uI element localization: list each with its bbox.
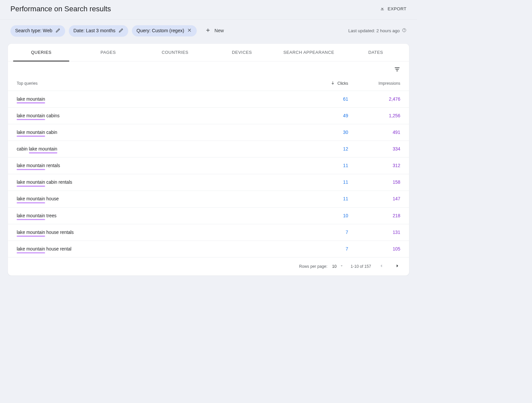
tab-dates[interactable]: DATES bbox=[342, 44, 409, 61]
svg-marker-8 bbox=[340, 265, 342, 266]
clicks-cell: 7 bbox=[301, 230, 348, 235]
query-cell[interactable]: lake mountain house bbox=[17, 196, 301, 202]
table-row: lake mountain trees10218 bbox=[8, 208, 409, 224]
table-row: cabin lake mountain12334 bbox=[8, 141, 409, 157]
highlight: lake mountain bbox=[17, 163, 45, 168]
clicks-cell: 10 bbox=[301, 213, 348, 218]
filter-chip-label: Query: Custom (regex) bbox=[137, 28, 184, 34]
impressions-cell: 491 bbox=[348, 130, 400, 135]
clicks-cell: 7 bbox=[301, 246, 348, 252]
tab-devices[interactable]: DEVICES bbox=[208, 44, 275, 61]
highlight: lake mountain bbox=[17, 113, 45, 118]
svg-marker-10 bbox=[397, 264, 398, 267]
highlight: lake mountain bbox=[17, 213, 45, 218]
column-header-clicks-label: Clicks bbox=[337, 81, 348, 85]
query-cell[interactable]: cabin lake mountain bbox=[17, 146, 301, 151]
highlight: lake mountain bbox=[17, 230, 45, 235]
page-range-label: 1-10 of 157 bbox=[351, 264, 371, 268]
sort-descending-icon bbox=[331, 81, 335, 86]
chevron-down-icon bbox=[340, 264, 343, 268]
impressions-cell: 131 bbox=[348, 230, 400, 235]
page-title: Performance on Search results bbox=[10, 5, 111, 13]
column-header-clicks[interactable]: Clicks bbox=[301, 81, 348, 86]
impressions-cell: 218 bbox=[348, 213, 400, 218]
impressions-cell: 105 bbox=[348, 246, 400, 252]
column-header-query[interactable]: Top queries bbox=[17, 81, 301, 85]
chevron-left-icon bbox=[379, 265, 384, 269]
clicks-cell: 11 bbox=[301, 180, 348, 185]
filter-chip[interactable]: Query: Custom (regex) bbox=[132, 25, 197, 37]
filter-chip-label: Date: Last 3 months bbox=[73, 28, 115, 34]
pencil-icon[interactable] bbox=[118, 28, 123, 34]
filter-chip[interactable]: Search type: Web bbox=[10, 25, 65, 37]
rows-per-page-label: Rows per page: bbox=[299, 264, 328, 268]
highlight: lake mountain bbox=[29, 146, 57, 151]
last-updated-label: Last updated: 2 hours ago bbox=[348, 28, 400, 34]
table-row: lake mountain house11147 bbox=[8, 191, 409, 207]
highlight: lake mountain bbox=[17, 130, 45, 135]
clicks-cell: 30 bbox=[301, 130, 348, 135]
impressions-cell: 312 bbox=[348, 163, 400, 168]
tab-pages[interactable]: PAGES bbox=[75, 44, 142, 61]
clicks-cell: 61 bbox=[301, 96, 348, 102]
table-row: lake mountain cabin30491 bbox=[8, 124, 409, 141]
query-cell[interactable]: lake mountain trees bbox=[17, 213, 301, 218]
impressions-cell: 1,256 bbox=[348, 113, 400, 118]
highlight: lake mountain bbox=[17, 180, 45, 185]
export-button[interactable]: EXPORT bbox=[380, 6, 406, 12]
highlight: lake mountain bbox=[17, 246, 45, 252]
svg-rect-6 bbox=[396, 70, 398, 71]
add-filter-button[interactable]: New bbox=[202, 25, 227, 37]
impressions-cell: 2,476 bbox=[348, 96, 400, 102]
table-row: lake mountain house rentals7131 bbox=[8, 224, 409, 241]
prev-page-button[interactable] bbox=[378, 263, 385, 270]
plus-icon bbox=[205, 27, 211, 34]
query-cell[interactable]: lake mountain rentals bbox=[17, 163, 301, 168]
query-cell[interactable]: lake mountain house rentals bbox=[17, 230, 301, 235]
clicks-cell: 11 bbox=[301, 163, 348, 168]
table-row: lake mountain612,476 bbox=[8, 91, 409, 108]
impressions-cell: 158 bbox=[348, 180, 400, 185]
tab-search-appearance[interactable]: SEARCH APPEARANCE bbox=[275, 44, 342, 61]
filter-chip-label: Search type: Web bbox=[15, 28, 52, 34]
chevron-right-icon bbox=[395, 265, 399, 269]
table-row: lake mountain cabin rentals11158 bbox=[8, 174, 409, 191]
svg-rect-4 bbox=[395, 67, 399, 68]
query-cell[interactable]: lake mountain house rental bbox=[17, 246, 301, 252]
rows-per-page-value: 10 bbox=[332, 264, 337, 268]
query-cell[interactable]: lake mountain bbox=[17, 96, 301, 102]
highlight: lake mountain bbox=[17, 96, 45, 102]
clicks-cell: 49 bbox=[301, 113, 348, 118]
column-header-impressions[interactable]: Impressions bbox=[348, 81, 400, 85]
table-filter-icon[interactable] bbox=[394, 66, 400, 73]
export-label: EXPORT bbox=[388, 6, 407, 12]
pencil-icon[interactable] bbox=[56, 28, 61, 34]
svg-rect-5 bbox=[396, 69, 399, 70]
clicks-cell: 11 bbox=[301, 196, 348, 202]
rows-per-page-select[interactable]: 10 bbox=[332, 264, 343, 268]
close-icon[interactable] bbox=[187, 28, 192, 34]
add-filter-label: New bbox=[214, 28, 224, 34]
svg-point-3 bbox=[404, 31, 404, 32]
table-row: lake mountain cabins491,256 bbox=[8, 108, 409, 124]
table-row: lake mountain rentals11312 bbox=[8, 157, 409, 174]
tab-queries[interactable]: QUERIES bbox=[8, 44, 75, 61]
download-icon bbox=[380, 6, 385, 12]
impressions-cell: 334 bbox=[348, 146, 400, 151]
next-page-button[interactable] bbox=[394, 263, 400, 270]
filter-chip[interactable]: Date: Last 3 months bbox=[69, 25, 128, 37]
svg-marker-9 bbox=[380, 264, 382, 267]
impressions-cell: 147 bbox=[348, 196, 400, 202]
clicks-cell: 12 bbox=[301, 146, 348, 151]
help-icon[interactable] bbox=[402, 28, 407, 34]
query-cell[interactable]: lake mountain cabins bbox=[17, 113, 301, 118]
highlight: lake mountain bbox=[17, 196, 45, 202]
tab-countries[interactable]: COUNTRIES bbox=[142, 44, 208, 61]
table-row: lake mountain house rental7105 bbox=[8, 241, 409, 257]
query-cell[interactable]: lake mountain cabin bbox=[17, 130, 301, 135]
query-cell[interactable]: lake mountain cabin rentals bbox=[17, 180, 301, 185]
